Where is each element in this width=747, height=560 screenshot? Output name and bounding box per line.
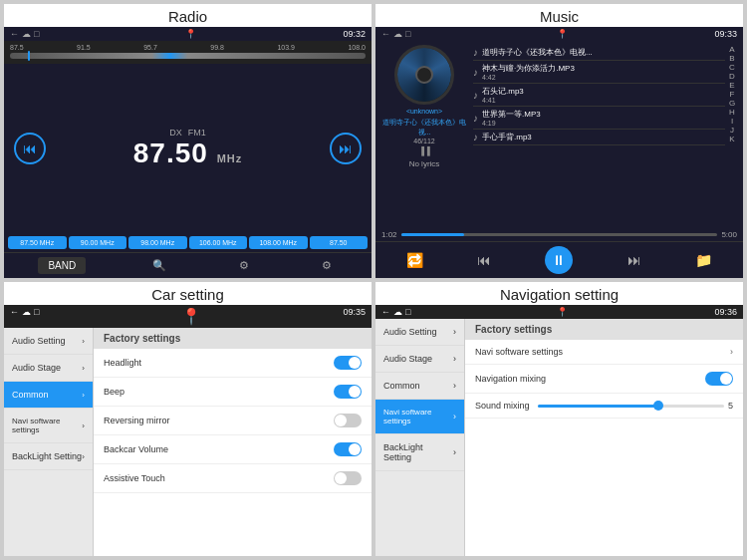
total-time: 5:00: [721, 230, 737, 239]
assistive-label: Assistive Touch: [104, 473, 165, 483]
note-icon-5: ♪: [473, 132, 478, 142]
folder-button[interactable]: 📁: [695, 252, 712, 268]
nav-chevron-3: ›: [453, 381, 456, 391]
window-icon: □: [34, 29, 39, 39]
nav-body: Audio Setting › Audio Stage › Common › N…: [375, 319, 743, 556]
radio-title: Radio: [4, 4, 372, 27]
nav-setting-panel: Navigation setting ← ☁ □ 📍 09:36 Audio S…: [375, 282, 743, 556]
car-body: Audio Setting › Audio Stage › Common › N…: [4, 328, 372, 556]
freq-bar: 87.5 91.5 95.7 99.8 103.9 108.0: [4, 41, 372, 64]
music-cloud-icon: ☁: [393, 29, 402, 39]
mhz-label: MHz: [217, 152, 243, 164]
note-icon-2: ♪: [473, 67, 478, 78]
sound-mixing-label: Sound mixing: [475, 401, 530, 411]
freq-1: 91.5: [77, 44, 91, 51]
track-subtitle: 道明寺子心《还我本色》电视...: [379, 118, 469, 138]
nav-backlight-label: BackLight Setting: [383, 442, 453, 462]
nav-time: 09:36: [714, 307, 737, 317]
search-icon[interactable]: 🔍: [146, 257, 172, 274]
nav-sidebar-audio-stage[interactable]: Audio Stage ›: [375, 346, 464, 373]
preset-4[interactable]: 106.00 MHz: [189, 236, 248, 249]
car-status-bar: ← ☁ □ 📍 09:35: [4, 305, 372, 328]
loc-icon: 📍: [185, 29, 196, 39]
preset-1[interactable]: 87.50 MHz: [8, 236, 67, 249]
note-icon-3: ♪: [473, 90, 478, 101]
audio-setting-label: Audio Setting: [12, 336, 66, 346]
prev-button[interactable]: ⏮: [14, 133, 46, 164]
sidebar-item-backlight[interactable]: BackLight Setting ›: [4, 443, 93, 470]
progress-track[interactable]: [401, 233, 718, 236]
backcar-label: Backcar Volume: [104, 444, 168, 454]
navi-software-setting[interactable]: Navi software settings ›: [465, 340, 743, 365]
slider-knob[interactable]: [653, 401, 663, 411]
car-setting-panel: Car setting ← ☁ □ 📍 09:35 Audio Setting …: [4, 282, 372, 556]
radio-main: ⏮ DX FM1 87.50 MHz ⏭: [4, 64, 372, 233]
nav-sidebar-common[interactable]: Common ›: [375, 373, 464, 400]
nav-chevron-5: ›: [453, 447, 456, 457]
reversing-toggle[interactable]: [334, 414, 362, 427]
music-time: 09:33: [714, 29, 737, 39]
nav-audio-stage-label: Audio Stage: [383, 354, 432, 364]
audio-stage-label: Audio Stage: [12, 363, 61, 373]
beep-toggle[interactable]: [334, 385, 362, 399]
nav-sidebar-backlight[interactable]: BackLight Setting ›: [375, 434, 464, 471]
sound-slider-track[interactable]: [538, 405, 724, 408]
nav-sidebar-audio-setting[interactable]: Audio Setting ›: [375, 319, 464, 346]
sound-mixing-setting: Sound mixing 5: [465, 394, 743, 419]
preset-5[interactable]: 108.00 MHz: [249, 236, 308, 249]
navi-software-label: Navi software settings: [475, 347, 563, 357]
music-left: <unknown> 道明寺子心《还我本色》电视... 46/112 ▐▐ No …: [379, 45, 469, 224]
nav-chevron-4: ›: [453, 412, 456, 421]
play-pause-button[interactable]: ⏸: [545, 246, 573, 274]
car-sidebar: Audio Setting › Audio Stage › Common › N…: [4, 328, 94, 556]
reversing-setting: Reversing mirror: [94, 407, 372, 435]
track-count: 46/112: [413, 138, 434, 144]
sidebar-item-audio-stage[interactable]: Audio Stage ›: [4, 355, 93, 382]
backcar-toggle[interactable]: [334, 442, 362, 456]
back-icon: ←: [10, 29, 19, 39]
nav-chevron-1: ›: [453, 327, 456, 337]
freq-value: 87.50: [133, 138, 208, 168]
radio-mode: DX FM1: [169, 128, 206, 138]
slider-fill: [538, 405, 659, 408]
music-window-icon: □: [405, 29, 410, 39]
nav-sidebar: Audio Setting › Audio Stage › Common › N…: [375, 319, 465, 556]
preset-2[interactable]: 90.00 MHz: [69, 236, 127, 249]
equalizer-icon[interactable]: ⚙: [233, 257, 255, 274]
note-icon-1: ♪: [473, 47, 478, 58]
freq-slider[interactable]: [10, 53, 366, 59]
repeat-button[interactable]: 🔁: [406, 252, 423, 268]
preset-3[interactable]: 98.00 MHz: [128, 236, 187, 249]
freq-min: 87.5: [10, 44, 24, 51]
prev-track-button[interactable]: ⏮: [477, 252, 491, 268]
sidebar-item-common[interactable]: Common ›: [4, 382, 93, 409]
nav-navi-label: Navi software settings: [383, 408, 453, 425]
navi-software-chevron: ›: [730, 347, 733, 357]
music-progress: 1:02 5:00: [375, 228, 743, 241]
nav-mixing-toggle[interactable]: [705, 372, 733, 386]
band-button[interactable]: BAND: [38, 257, 86, 274]
next-button[interactable]: ⏭: [330, 133, 362, 164]
beep-setting: Beep: [94, 378, 372, 407]
common-label: Common: [12, 390, 49, 400]
radio-time: 09:32: [343, 29, 366, 39]
preset-6[interactable]: 87.50: [310, 236, 369, 249]
sidebar-item-navi[interactable]: Navi software settings ›: [4, 409, 93, 443]
car-setting-title: Car setting: [4, 282, 372, 305]
radio-status-icons: ← ☁ □: [10, 29, 39, 39]
nav-sidebar-navi[interactable]: Navi software settings ›: [375, 400, 464, 434]
beep-label: Beep: [104, 387, 124, 397]
next-track-button[interactable]: ⏭: [627, 252, 641, 268]
radio-status-bar: ← ☁ □ 📍 09:32: [4, 27, 372, 41]
music-panel: Music ← ☁ □ 📍 09:33 <unknown> 道明: [375, 4, 743, 278]
nav-mixing-setting: Navigation mixing: [465, 365, 743, 394]
chevron-icon-3: ›: [82, 391, 85, 400]
headlight-toggle[interactable]: [334, 356, 362, 370]
assistive-toggle[interactable]: [334, 471, 362, 485]
music-status-bar: ← ☁ □ 📍 09:33: [375, 27, 743, 41]
nav-audio-setting-label: Audio Setting: [383, 327, 437, 337]
settings-icon[interactable]: ⚙: [316, 257, 338, 274]
sidebar-item-audio-setting[interactable]: Audio Setting ›: [4, 328, 93, 355]
nav-status-bar: ← ☁ □ 📍 09:36: [375, 305, 743, 319]
track-info-5: 手心手背.mp3: [482, 132, 725, 142]
